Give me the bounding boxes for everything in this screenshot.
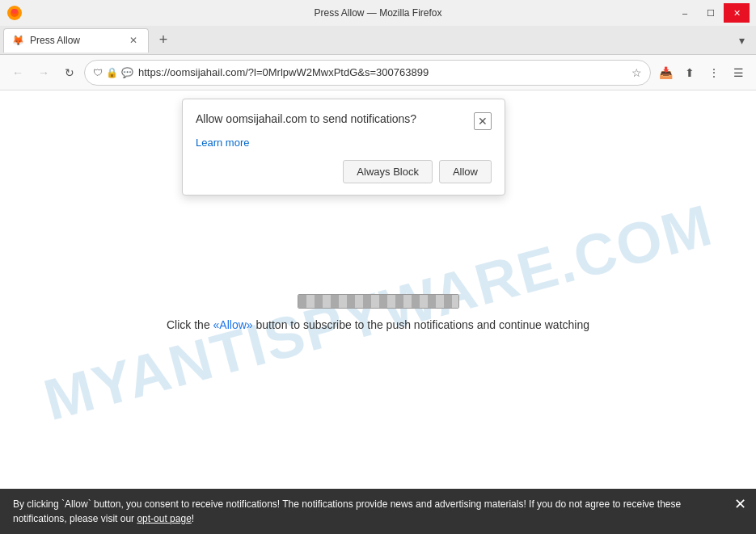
cookie-text-part1: By clicking `Allow` button, you consent … [13, 498, 681, 524]
tab-list-chevron[interactable]: ▾ [730, 29, 753, 52]
shield-icon: 🛡 [93, 67, 103, 78]
tab-title: Press Allow [30, 35, 120, 46]
cookie-text-part2: ! [192, 513, 194, 524]
address-bar[interactable]: 🛡 🔒 💬 https://oomsijahail.com/?l=0MrlpwW… [84, 60, 651, 86]
page-instruction: Click the «Allow» button to subscribe to… [167, 318, 589, 331]
browser-window: Press Allow — Mozilla Firefox – ☐ ✕ 🦊 Pr… [0, 0, 756, 534]
popup-header: Allow oomsijahail.com to send notificati… [196, 112, 492, 130]
share-button[interactable]: ⬆ [678, 61, 701, 84]
url-text: https://oomsijahail.com/?l=0MrlpwW2MwxPt… [138, 66, 627, 78]
content-center: Click the «Allow» button to subscribe to… [167, 294, 589, 331]
pocket-button[interactable]: 📥 [654, 61, 677, 84]
popup-close-button[interactable]: ✕ [474, 112, 492, 130]
minimize-button[interactable]: – [672, 3, 698, 23]
notification-permission-icon: 💬 [121, 67, 133, 78]
progress-bar-fill [298, 295, 458, 308]
opt-out-link[interactable]: opt-out page [137, 513, 191, 524]
lock-icon: 🔒 [106, 67, 118, 78]
always-block-button[interactable]: Always Block [343, 160, 433, 183]
firefox-logo [6, 5, 23, 21]
svg-point-2 [11, 9, 18, 14]
nav-bar: ← → ↻ 🛡 🔒 💬 https://oomsijahail.com/?l=0… [0, 55, 756, 90]
back-button[interactable]: ← [6, 61, 29, 84]
nav-right-icons: 📥 ⬆ ⋮ ☰ [654, 61, 750, 84]
popup-title: Allow oomsijahail.com to send notificati… [196, 112, 416, 125]
tab-bar: 🦊 Press Allow ✕ + ▾ [0, 26, 756, 55]
notification-popup: Allow oomsijahail.com to send notificati… [182, 99, 505, 196]
popup-buttons: Always Block Allow [196, 160, 492, 183]
window-controls: – ☐ ✕ [672, 3, 750, 23]
progress-bar [298, 294, 459, 309]
security-icons: 🛡 🔒 💬 [93, 67, 133, 78]
learn-more-link[interactable]: Learn more [196, 137, 492, 149]
allow-button[interactable]: Allow [439, 160, 492, 183]
extensions-button[interactable]: ⋮ [703, 61, 725, 84]
menu-button[interactable]: ☰ [727, 61, 750, 84]
reload-button[interactable]: ↻ [58, 61, 81, 84]
maximize-button[interactable]: ☐ [698, 3, 724, 23]
cookie-close-button[interactable]: ✕ [734, 497, 746, 511]
title-bar: Press Allow — Mozilla Firefox – ☐ ✕ [0, 0, 756, 26]
tab-bar-right: ▾ [730, 29, 753, 52]
cookie-bar: By clicking `Allow` button, you consent … [0, 489, 756, 534]
active-tab[interactable]: 🦊 Press Allow ✕ [3, 28, 149, 53]
title-bar-left [6, 5, 23, 21]
allow-text-highlight: «Allow» [213, 318, 253, 331]
close-button[interactable]: ✕ [724, 3, 750, 23]
browser-content: Allow oomsijahail.com to send notificati… [0, 90, 756, 534]
forward-button[interactable]: → [32, 61, 55, 84]
new-tab-button[interactable]: + [152, 29, 175, 52]
tab-close-button[interactable]: ✕ [127, 34, 140, 47]
window-title: Press Allow — Mozilla Firefox [314, 7, 441, 19]
tab-favicon: 🦊 [12, 35, 23, 46]
bookmark-star-icon[interactable]: ☆ [631, 66, 642, 79]
